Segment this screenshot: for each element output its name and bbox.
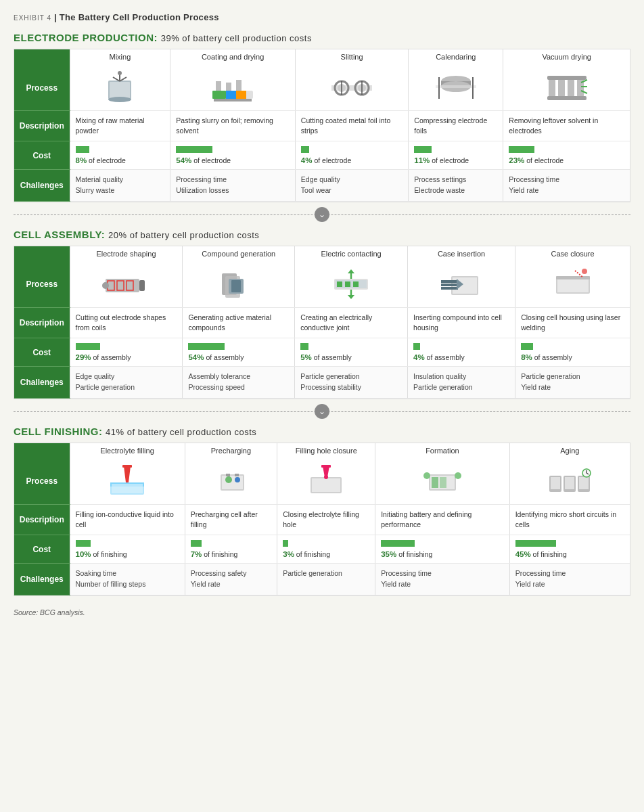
svg-rect-94: [579, 477, 589, 489]
case-insert-cell: [408, 262, 515, 308]
source-line: Source: BCG analysis.: [14, 608, 630, 616]
svg-rect-9: [226, 91, 236, 99]
aging-icon: [543, 463, 597, 500]
electric-contact-cell: [295, 262, 408, 308]
cost-label-f: Cost: [14, 535, 70, 564]
svg-rect-11: [216, 81, 221, 91]
svg-marker-53: [348, 269, 354, 273]
desc-slitting: Cutting coated metal foil into strips: [295, 111, 408, 141]
svg-rect-14: [214, 99, 252, 102]
process-label-a: Process: [14, 262, 70, 308]
slitting-process-cell: [295, 65, 408, 111]
desc-formation: Initiating battery and defining performa…: [375, 504, 509, 535]
coating-process-cell: [170, 65, 296, 111]
cost-electrolyte: 10% of finishing: [70, 535, 185, 564]
col-precharging: Precharging: [185, 443, 277, 459]
finishing-header: CELL FINISHING: 41% of battery cell prod…: [14, 426, 630, 437]
svg-point-66: [582, 269, 587, 274]
mixing-process-cell: [70, 65, 170, 111]
svg-rect-29: [558, 77, 565, 99]
cost-compound-gen: 54% of assembly: [183, 338, 295, 367]
electric-contact-icon: [324, 266, 378, 303]
mixing-icon: [93, 69, 147, 106]
col-vacuum: Vacuum drying: [503, 49, 630, 65]
arrow-down-1: ⌄: [315, 207, 329, 222]
assembly-challenges-row: Challenges Edge qualityParticle generati…: [14, 367, 630, 399]
formation-icon: [415, 463, 469, 500]
divider-2: ⌄: [14, 411, 630, 419]
cost-bar-ag: [515, 540, 556, 547]
desc-electric-contact: Creating an electrically conductive join…: [295, 307, 408, 338]
cost-hole-closure: 3% of finishing: [277, 535, 375, 564]
svg-rect-28: [549, 77, 555, 99]
process-label-e: Process: [14, 65, 70, 111]
svg-rect-46: [231, 280, 241, 292]
svg-rect-93: [565, 477, 574, 489]
desc-compound-gen: Generating active material compounds: [183, 307, 295, 338]
col-calendaring: Calendaring: [409, 49, 503, 65]
col-electrolyte: Electrolyte filling: [70, 443, 185, 459]
svg-rect-42: [139, 280, 145, 291]
svg-rect-12: [226, 83, 231, 91]
challenge-electrode-shaping: Edge qualityParticle generation: [70, 367, 183, 399]
cost-bar-hc: [283, 540, 288, 547]
svg-rect-8: [212, 91, 226, 99]
electrolyte-cell: [70, 459, 185, 505]
svg-point-88: [455, 472, 461, 479]
coating-icon: [206, 69, 260, 106]
cost-aging: 45% of finishing: [509, 535, 630, 564]
challenge-case-closure: Particle generationYield rate: [515, 367, 630, 399]
electrode-description-row: Description Mixing of raw material powde…: [14, 111, 630, 141]
col-formation: Formation: [375, 443, 509, 459]
exhibit-title: Exhibit 4 | The Battery Cell Production …: [14, 12, 630, 22]
hole-closure-icon: [299, 463, 353, 500]
col-aging: Aging: [509, 443, 630, 459]
cost-bar-cc: [521, 343, 533, 350]
cost-bar-fo: [381, 540, 415, 547]
divider-1: ⌄: [14, 215, 630, 222]
precharging-icon: [204, 463, 258, 500]
svg-rect-92: [551, 477, 560, 489]
challenge-coating: Processing timeUtilization losses: [170, 170, 296, 202]
svg-rect-79: [312, 478, 340, 492]
compound-gen-icon: [212, 266, 266, 303]
svg-rect-64: [556, 276, 590, 279]
svg-rect-71: [122, 465, 132, 468]
cost-calendaring: 11% of electrode: [409, 141, 503, 170]
svg-marker-70: [124, 466, 131, 482]
cost-bar-mixing: [76, 146, 89, 153]
col-compound-gen: Compound generation: [183, 246, 295, 262]
challenge-electric-contact: Particle generationProcessing stability: [295, 367, 408, 399]
electrode-cost-row: Cost 8% of electrode 54% of electrode 4%: [14, 141, 630, 170]
svg-rect-85: [432, 477, 438, 488]
process-label-f: Process: [14, 459, 70, 505]
arrow-down-2: ⌄: [315, 404, 329, 419]
aging-cell: [509, 459, 630, 505]
cost-bar-cg: [188, 343, 225, 350]
assembly-col-headers: Electrode shaping Compound generation El…: [14, 246, 630, 262]
svg-marker-55: [348, 295, 354, 299]
challenge-hole-closure: Particle generation: [277, 564, 375, 595]
challenge-vacuum: Processing timeYield rate: [503, 170, 630, 202]
challenge-case-insert: Insulation qualityParticle generation: [408, 367, 515, 399]
precharging-cell: [185, 459, 277, 505]
desc-precharging: Precharging cell after filling: [185, 504, 277, 535]
col-slitting: Slitting: [295, 49, 408, 65]
svg-rect-33: [547, 96, 586, 100]
cost-bar-calendaring: [414, 146, 432, 153]
svg-rect-63: [557, 279, 589, 292]
challenge-formation: Processing timeYield rate: [375, 564, 509, 595]
case-closure-cell: [515, 262, 630, 308]
challenge-compound-gen: Assembly toleranceProcessing speed: [183, 367, 295, 399]
desc-case-insert: Inserting compound into cell housing: [408, 307, 515, 338]
svg-rect-69: [112, 484, 143, 493]
calendaring-process-cell: [409, 65, 503, 111]
finishing-col-headers: Electrolyte filling Precharging Filling …: [14, 443, 630, 459]
electrode-col-headers: Mixing Coating and drying Slitting Calen…: [14, 49, 630, 65]
desc-label-f: Description: [14, 504, 70, 535]
svg-rect-58: [441, 280, 458, 283]
cost-slitting: 4% of electrode: [295, 141, 408, 170]
finishing-section: CELL FINISHING: 41% of battery cell prod…: [14, 426, 630, 596]
formation-cell: [375, 459, 509, 505]
cost-precharging: 7% of finishing: [185, 535, 277, 564]
